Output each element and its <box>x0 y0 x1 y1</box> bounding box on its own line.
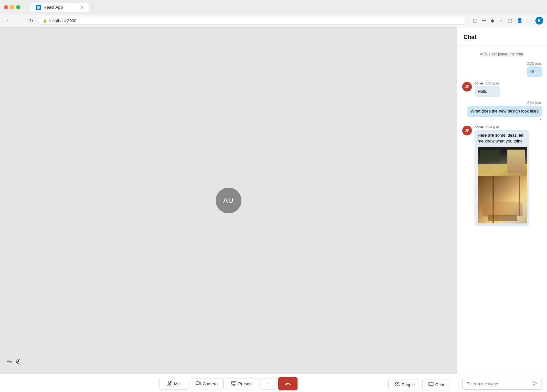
browser-nav: ← → ↻ 🔒 localhost:3000 ▢ ☷ ◆ ☆ ◫ 👤 ⋯ B <box>0 15 547 27</box>
tab-bar: React App × + <box>27 3 101 12</box>
url-display: localhost:3000 <box>49 18 76 23</box>
right-panel-buttons: People Chat <box>388 379 450 390</box>
svg-point-15 <box>398 383 399 384</box>
close-tab-button[interactable]: × <box>81 5 83 10</box>
video-area: AU You <box>0 27 457 392</box>
split-icon[interactable]: ◫ <box>506 16 513 25</box>
star-icon[interactable]: ☆ <box>498 16 504 25</box>
design-image-kitchen[interactable] <box>478 147 527 176</box>
end-call-button[interactable] <box>278 377 298 390</box>
message-2-sender: John <box>474 81 483 85</box>
mic-button[interactable]: Mic <box>159 378 188 390</box>
browser-profile-avatar[interactable]: B <box>535 17 543 24</box>
chat-messages[interactable]: ACS User joined the chat. 2:23 p.m. Hi J… <box>457 45 547 374</box>
message-1-bubble: Hi <box>527 66 542 77</box>
chat-sidebar: Chat ACS User joined the chat. 2:23 p.m.… <box>457 27 547 392</box>
john-avatar-1: JP <box>462 82 472 92</box>
maximize-window-button[interactable] <box>16 5 20 9</box>
close-window-button[interactable] <box>4 5 8 9</box>
reload-button[interactable]: ↻ <box>27 17 35 24</box>
mic-label: Mic <box>174 381 181 386</box>
present-icon <box>231 381 236 387</box>
message-4-text: Here are some ideas, let me know what yo… <box>478 133 523 143</box>
toolbar-controls: Mic Camera <box>159 377 298 390</box>
chat-button[interactable]: Chat <box>422 379 450 390</box>
tab-favicon <box>36 5 41 10</box>
more-options-icon[interactable]: ⋯ <box>526 16 533 25</box>
message-4-bubble: Here are some ideas, let me know what yo… <box>474 130 529 226</box>
browser-chrome: React App × + ← → ↻ 🔒 localhost:3000 ▢ ☷… <box>0 0 547 27</box>
message-4-content: John 2:24 p.m. Here are some ideas, let … <box>474 125 529 226</box>
camera-icon <box>196 381 201 387</box>
browser-tools: ▢ ☷ ◆ ☆ ◫ 👤 ⋯ B <box>472 16 543 25</box>
message-2-time: 2:23 p.m. <box>485 81 500 85</box>
message-1-time: 2:23 p.m. <box>527 62 542 65</box>
message-2-meta: John 2:23 p.m. <box>474 81 500 85</box>
svg-point-0 <box>37 6 40 9</box>
video-main: AU <box>0 27 457 374</box>
back-button[interactable]: ← <box>4 17 13 24</box>
people-button[interactable]: People <box>388 379 421 390</box>
traffic-lights <box>4 5 20 9</box>
message-4: JP John 2:24 p.m. Here are some ideas, l… <box>462 125 542 226</box>
people-icon <box>395 382 400 387</box>
camera-button[interactable]: Camera <box>190 378 224 389</box>
avatar-initials: AU <box>223 196 234 205</box>
present-label: Present <box>238 381 253 386</box>
message-3-content: 2:24 p.m. What does the new design look … <box>467 101 542 121</box>
message-1-text: Hi <box>530 69 534 74</box>
screen-icon[interactable]: ▢ <box>472 16 479 25</box>
chat-label: Chat <box>435 382 444 387</box>
minimize-window-button[interactable] <box>10 5 14 9</box>
forward-button[interactable]: → <box>15 17 24 24</box>
message-4-time: 2:24 p.m. <box>485 125 500 129</box>
mute-icon <box>15 359 20 365</box>
people-label: People <box>402 382 415 387</box>
message-4-meta: John 2:24 p.m. <box>474 125 529 129</box>
app-container: AU You <box>0 27 547 392</box>
message-2-bubble: Hello <box>474 86 500 97</box>
message-4-sender: John <box>474 125 483 129</box>
chat-input-area <box>457 374 547 392</box>
message-3-read-indicator: ✓ <box>467 118 542 121</box>
message-3-text: What does the new design look like? <box>471 109 539 113</box>
message-2: JP John 2:23 p.m. Hello <box>462 81 542 97</box>
send-button[interactable] <box>532 381 538 387</box>
camera-label: Camera <box>203 381 218 386</box>
profiles-icon[interactable]: 👤 <box>515 16 524 25</box>
mic-icon <box>167 381 172 387</box>
message-1-content: 2:23 p.m. Hi <box>527 62 542 77</box>
message-1: 2:23 p.m. Hi <box>462 62 542 77</box>
message-3: 2:24 p.m. What does the new design look … <box>462 101 542 121</box>
svg-rect-16 <box>429 382 433 386</box>
message-3-time: 2:24 p.m. <box>467 101 542 105</box>
toolbar: Mic Camera <box>0 374 457 392</box>
end-call-icon <box>285 380 291 387</box>
avatar: AU <box>216 188 241 213</box>
svg-rect-13 <box>232 382 235 383</box>
title-bar: React App × + <box>0 0 547 15</box>
you-label: You <box>6 359 20 365</box>
john-avatar-2: JP <box>462 126 472 135</box>
chat-input[interactable] <box>466 381 530 386</box>
tab-title: React App <box>44 5 63 10</box>
chat-title: Chat <box>457 27 547 45</box>
svg-point-14 <box>396 382 397 384</box>
message-2-text: Hello <box>478 89 487 94</box>
svg-rect-9 <box>196 382 199 385</box>
lock-icon: 🔒 <box>43 18 47 23</box>
present-button[interactable]: Present <box>225 378 259 389</box>
grid-icon[interactable]: ☷ <box>481 16 487 25</box>
chat-input-box <box>462 378 542 390</box>
extension-icon[interactable]: ◆ <box>489 16 496 25</box>
system-message: ACS User joined the chat. <box>462 51 542 58</box>
more-button[interactable]: ··· <box>260 378 277 390</box>
address-bar[interactable]: 🔒 localhost:3000 <box>38 17 466 25</box>
active-tab[interactable]: React App × <box>31 3 89 12</box>
message-3-bubble: What does the new design look like? <box>467 106 542 117</box>
more-icon: ··· <box>266 381 270 387</box>
you-text: You <box>6 359 14 364</box>
design-image-living[interactable] <box>478 176 527 223</box>
new-tab-button[interactable]: + <box>89 3 97 12</box>
message-2-content: John 2:23 p.m. Hello <box>474 81 500 97</box>
